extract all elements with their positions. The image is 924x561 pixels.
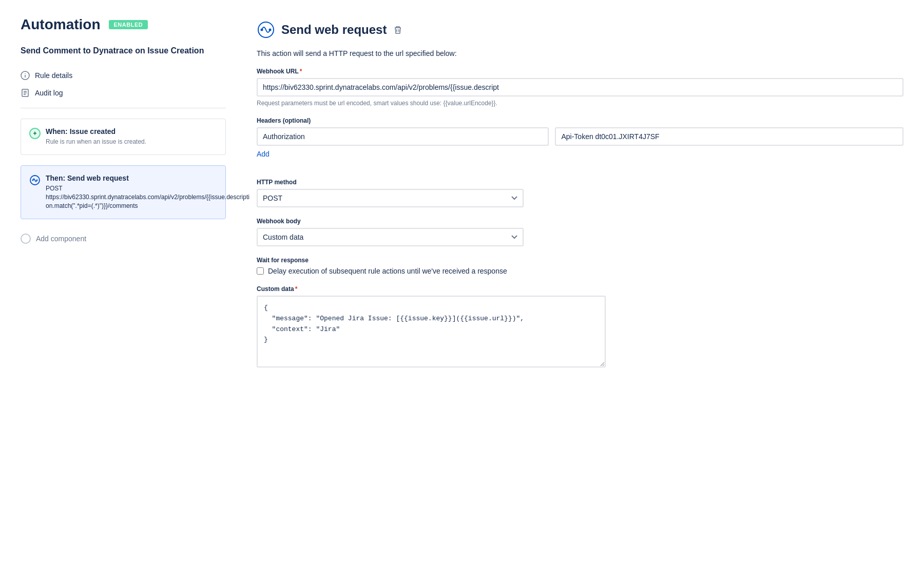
webhook-body-group: Webhook body Custom data Empty Issue dat… <box>257 218 903 246</box>
info-icon <box>21 71 30 80</box>
custom-data-label: Custom data* <box>257 285 903 293</box>
trigger-block[interactable]: + When: Issue created Rule is run when a… <box>21 119 226 155</box>
add-component-circle <box>21 234 31 244</box>
enabled-badge: ENABLED <box>109 20 148 29</box>
headers-group: Headers (optional) Add <box>257 117 903 168</box>
add-component-label: Add component <box>36 235 86 243</box>
custom-data-textarea[interactable]: { "message": "Opened Jira Issue: [{{issu… <box>257 296 606 367</box>
webhook-body-label: Webhook body <box>257 218 903 225</box>
webhook-body-select[interactable]: Custom data Empty Issue data <box>257 228 524 246</box>
webhook-url-input[interactable] <box>257 78 903 96</box>
nav-audit-log[interactable]: Audit log <box>21 84 226 102</box>
action-block[interactable]: Then: Send web request POST https://biv6… <box>21 165 226 219</box>
action-title: Then: Send web request <box>46 174 249 182</box>
webhook-url-hint: Request parameters must be url encoded, … <box>257 100 903 107</box>
page-title: Automation <box>21 16 101 33</box>
page-header: Automation ENABLED <box>21 16 226 33</box>
svg-point-2 <box>25 73 26 74</box>
webhook-icon <box>29 175 41 186</box>
svg-point-12 <box>269 29 272 31</box>
rule-title: Send Comment to Dynatrace on Issue Creat… <box>21 45 226 56</box>
trigger-title: When: Issue created <box>46 127 146 136</box>
wait-checkbox-row: Delay execution of subsequent rule actio… <box>257 267 903 275</box>
action-header: Send web request <box>257 21 903 39</box>
action-description: This action will send a HTTP request to … <box>257 49 903 57</box>
wait-checkbox[interactable] <box>257 267 264 275</box>
wait-section: Wait for response Delay execution of sub… <box>257 257 903 275</box>
trigger-plus-icon: + <box>29 128 41 139</box>
action-url: POST https://biv62330.sprint.dynatracela… <box>46 184 249 210</box>
svg-point-9 <box>36 180 38 181</box>
webhook-url-group: Webhook URL* Request parameters must be … <box>257 68 903 107</box>
nav-audit-log-label: Audit log <box>35 89 63 97</box>
right-panel: Send web request This action will send a… <box>257 16 903 545</box>
nav-rule-details[interactable]: Rule details <box>21 67 226 84</box>
nav-divider <box>21 108 226 108</box>
http-method-select[interactable]: GET POST PUT PATCH DELETE <box>257 189 524 207</box>
headers-label: Headers (optional) <box>257 117 903 124</box>
headers-row <box>257 127 903 146</box>
wait-label: Wait for response <box>257 257 903 264</box>
http-method-label: HTTP method <box>257 179 903 186</box>
trigger-description: Rule is run when an issue is created. <box>46 138 146 146</box>
svg-point-11 <box>261 29 263 31</box>
header-key-input[interactable] <box>257 127 549 146</box>
add-component[interactable]: Add component <box>21 229 226 248</box>
wait-checkbox-label: Delay execution of subsequent rule actio… <box>268 267 507 275</box>
webhook-url-label: Webhook URL* <box>257 68 903 75</box>
svg-point-8 <box>32 180 34 181</box>
action-header-title: Send web request <box>281 23 387 37</box>
left-panel: Automation ENABLED Send Comment to Dynat… <box>21 16 226 545</box>
send-webhook-icon <box>257 21 275 39</box>
nav-rule-details-label: Rule details <box>35 71 72 80</box>
add-header-link[interactable]: Add <box>257 150 270 158</box>
header-value-input[interactable] <box>555 127 903 146</box>
audit-icon <box>21 88 30 98</box>
delete-icon[interactable] <box>393 25 403 35</box>
custom-data-group: Custom data* { "message": "Opened Jira I… <box>257 285 903 369</box>
http-method-group: HTTP method GET POST PUT PATCH DELETE <box>257 179 903 207</box>
